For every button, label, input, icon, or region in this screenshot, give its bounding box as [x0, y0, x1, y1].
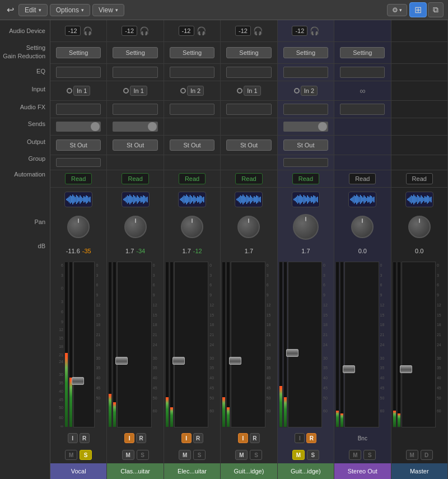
fx-area-vocal[interactable]	[56, 104, 101, 115]
automation-button-classical[interactable]: Read	[122, 173, 148, 184]
i-button-elec[interactable]: I	[181, 433, 192, 443]
eq-area-guit2[interactable]	[283, 67, 328, 78]
eq-area-vocal[interactable]	[56, 67, 101, 78]
fader-track-stereo_out[interactable]	[344, 262, 379, 427]
automation-button-vocal[interactable]: Read	[65, 173, 92, 184]
fx-area-guit1[interactable]	[226, 104, 271, 115]
channel-name-classical: Clas...uitar	[107, 468, 163, 475]
output-button-vocal[interactable]: St Out	[56, 139, 101, 151]
pan-knob-stereo_out[interactable]	[351, 216, 374, 238]
fader-thumb-vocal[interactable]	[72, 377, 84, 385]
i-button-vocal[interactable]: I	[68, 433, 78, 443]
channel-name-bar-vocal[interactable]: Vocal	[50, 463, 106, 479]
output-button-guit2[interactable]: St Out	[283, 139, 328, 151]
automation-button-elec[interactable]: Read	[179, 173, 206, 184]
group-area-vocal[interactable]	[56, 158, 101, 167]
s-button-elec[interactable]: S	[193, 450, 206, 460]
s-button-vocal[interactable]: S	[80, 450, 92, 460]
setting-button-stereo_out[interactable]: Setting	[340, 47, 385, 58]
r-button-vocal[interactable]: R	[80, 433, 90, 443]
d-button-master[interactable]: D	[421, 450, 433, 460]
fader-track-classical[interactable]	[117, 262, 151, 427]
pan-knob-master[interactable]	[408, 216, 431, 238]
automation-button-guit1[interactable]: Read	[235, 173, 262, 184]
sends-area-vocal[interactable]	[56, 122, 101, 132]
r-button-guit1[interactable]: R	[250, 433, 260, 443]
output-button-guit1[interactable]: St Out	[226, 139, 271, 151]
s-button-stereo_out[interactable]: S	[363, 450, 376, 460]
fader-track-master[interactable]	[402, 262, 436, 427]
setting-button-elec[interactable]: Setting	[170, 47, 214, 58]
eq-area-elec[interactable]	[170, 67, 214, 78]
m-button-guit1[interactable]: M	[235, 450, 248, 460]
channel-name-bar-elec[interactable]: Elec...uitar	[164, 463, 220, 479]
i-button-guit1[interactable]: I	[238, 433, 248, 443]
pan-knob-vocal[interactable]	[67, 216, 90, 238]
setting-button-classical[interactable]: Setting	[113, 47, 157, 58]
fader-thumb-master[interactable]	[400, 365, 412, 373]
m-button-master[interactable]: M	[406, 450, 418, 460]
fader-thumb-stereo_out[interactable]	[343, 365, 355, 373]
automation-button-master[interactable]: Read	[406, 173, 433, 184]
s-button-guit2[interactable]: S	[307, 450, 319, 460]
svg-rect-58	[202, 197, 203, 201]
split-view-button[interactable]: ⧉	[428, 2, 444, 17]
pan-knob-guit1[interactable]	[237, 216, 260, 238]
setting-button-guit1[interactable]: Setting	[226, 47, 271, 58]
s-button-guit1[interactable]: S	[250, 450, 262, 460]
automation-button-stereo_out[interactable]: Read	[349, 173, 376, 184]
fader-track-guit2[interactable]	[288, 262, 322, 427]
m-button-classical[interactable]: M	[122, 450, 134, 460]
group-area-guit2[interactable]	[283, 158, 328, 167]
fader-thumb-classical[interactable]	[115, 357, 128, 365]
fader-thumb-elec[interactable]	[172, 357, 185, 365]
i-button-guit2[interactable]: I	[295, 433, 305, 443]
svg-rect-13	[82, 198, 83, 201]
fader-track-vocal[interactable]	[73, 262, 95, 427]
gear-button[interactable]: ⚙ ▾	[387, 4, 407, 16]
options-menu-button[interactable]: Options ▾	[50, 4, 90, 16]
i-button-classical[interactable]: I	[124, 433, 134, 443]
pan-knob-elec[interactable]	[181, 216, 203, 238]
m-button-guit2[interactable]: M	[292, 450, 305, 460]
channel-classical-fader-section: 03691215182124303540455060	[107, 259, 163, 430]
s-button-classical[interactable]: S	[137, 450, 149, 460]
m-button-stereo_out[interactable]: M	[349, 450, 361, 460]
r-button-guit2[interactable]: R	[306, 433, 316, 443]
view-menu-button[interactable]: View ▾	[92, 4, 124, 16]
grid-view-button[interactable]: ⊞	[409, 2, 427, 17]
fader-thumb-guit1[interactable]	[229, 357, 241, 365]
pan-knob-classical[interactable]	[124, 216, 147, 238]
fader-track-guit1[interactable]	[231, 262, 265, 427]
m-button-elec[interactable]: M	[179, 450, 191, 460]
fx-area-stereo_out[interactable]	[340, 104, 385, 115]
m-button-vocal[interactable]: M	[65, 450, 77, 460]
channel-name-bar-stereo_out[interactable]: Stereo Out	[334, 463, 390, 479]
svg-rect-28	[133, 195, 134, 204]
channel-name-bar-classical[interactable]: Clas...uitar	[107, 463, 163, 479]
edit-menu-button[interactable]: Edit ▾	[18, 4, 48, 16]
channel-name-bar-guit2[interactable]: Guit...idge)	[278, 463, 334, 479]
r-button-elec[interactable]: R	[193, 433, 203, 443]
eq-area-guit1[interactable]	[226, 67, 271, 78]
eq-area-classical[interactable]	[113, 67, 157, 78]
fader-thumb-guit2[interactable]	[286, 349, 298, 357]
setting-button-guit2[interactable]: Setting	[283, 47, 328, 58]
fx-area-elec[interactable]	[170, 104, 214, 115]
sends-area-guit2[interactable]	[283, 122, 328, 132]
pan-knob-guit2[interactable]	[293, 214, 319, 240]
fader-track-elec[interactable]	[174, 262, 208, 427]
output-button-classical[interactable]: St Out	[113, 139, 157, 151]
channel-name-bar-guit1[interactable]: Guit...idge)	[221, 463, 277, 479]
setting-button-vocal[interactable]: Setting	[56, 47, 101, 58]
fx-area-classical[interactable]	[113, 104, 157, 115]
output-button-elec[interactable]: St Out	[170, 139, 214, 151]
back-button[interactable]: ↩	[4, 2, 16, 17]
svg-rect-67	[245, 197, 246, 202]
r-button-classical[interactable]: R	[136, 433, 146, 443]
channel-name-bar-master[interactable]: Master	[391, 463, 447, 479]
eq-area-stereo_out[interactable]	[340, 67, 385, 78]
automation-button-guit2[interactable]: Read	[292, 173, 319, 184]
fx-area-guit2[interactable]	[283, 104, 328, 115]
sends-area-classical[interactable]	[113, 122, 157, 132]
